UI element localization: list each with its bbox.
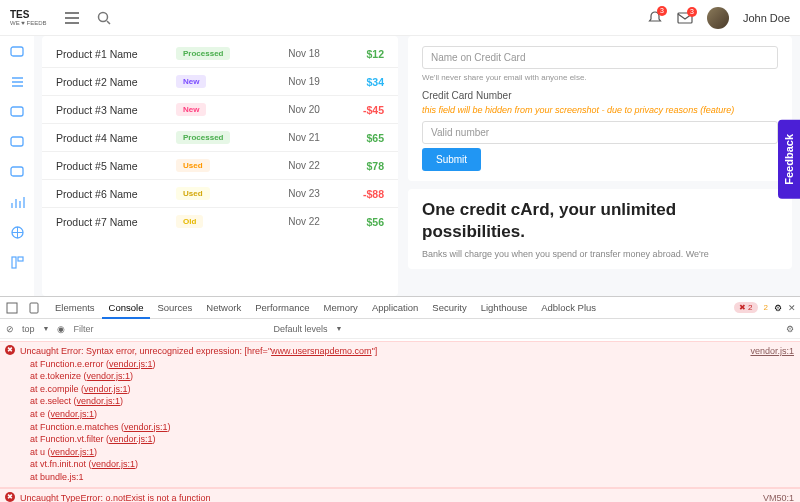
svg-rect-9 <box>7 303 17 313</box>
cc-input[interactable]: Valid number <box>422 121 778 144</box>
product-date: Nov 22 <box>274 160 334 171</box>
devtools-tab-adblock plus[interactable]: Adblock Plus <box>534 298 603 317</box>
svg-rect-3 <box>11 107 23 116</box>
table-row[interactable]: Product #5 Name Used Nov 22 $78 <box>42 152 398 180</box>
sidebar-layout-icon[interactable] <box>9 254 25 270</box>
context-selector[interactable]: top <box>22 324 35 334</box>
sidebar-globe-icon[interactable] <box>9 224 25 240</box>
feedback-tab[interactable]: Feedback <box>778 120 800 199</box>
console-output: vendor.js:1Uncaught Error: Syntax error,… <box>0 339 800 502</box>
table-row[interactable]: Product #7 Name Old Nov 22 $56 <box>42 208 398 235</box>
sidebar-list-icon[interactable] <box>9 74 25 90</box>
notifications-icon[interactable]: 3 <box>647 10 663 26</box>
privacy-note: this field will be hidden from your scre… <box>422 105 778 115</box>
warning-count-badge[interactable]: 2 <box>764 303 768 312</box>
device-icon[interactable] <box>26 300 42 316</box>
product-price: $56 <box>334 216 384 228</box>
product-price: $78 <box>334 160 384 172</box>
devtools-tab-lighthouse[interactable]: Lighthouse <box>474 298 534 317</box>
product-date: Nov 23 <box>274 188 334 199</box>
devtools-close-icon[interactable]: ✕ <box>788 303 796 313</box>
devtools-panel: ElementsConsoleSourcesNetworkPerformance… <box>0 296 800 502</box>
promo-title: One credit cArd, your unlimited possibil… <box>422 199 778 243</box>
product-price: $34 <box>334 76 384 88</box>
svg-rect-8 <box>18 257 23 261</box>
table-row[interactable]: Product #3 Name New Nov 20 -$45 <box>42 96 398 124</box>
sidebar-chat-icon[interactable] <box>9 44 25 60</box>
devtools-tab-application[interactable]: Application <box>365 298 425 317</box>
svg-rect-7 <box>12 257 16 268</box>
svg-rect-4 <box>11 137 23 146</box>
table-row[interactable]: Product #1 Name Processed Nov 18 $12 <box>42 40 398 68</box>
logo-top: TES <box>10 10 47 20</box>
filter-input[interactable] <box>73 324 185 334</box>
email-help-text: We'll never share your email with anyone… <box>422 73 778 82</box>
devtools-tab-security[interactable]: Security <box>425 298 473 317</box>
devtools-tab-performance[interactable]: Performance <box>248 298 316 317</box>
notifications-badge: 3 <box>657 6 667 16</box>
svg-point-0 <box>98 12 107 21</box>
product-name: Product #7 Name <box>56 216 176 228</box>
logo-sub: WE ♥ FEEDB <box>10 20 47 26</box>
table-row[interactable]: Product #6 Name Used Nov 23 -$88 <box>42 180 398 208</box>
messages-icon[interactable]: 3 <box>677 11 693 25</box>
devtools-tab-elements[interactable]: Elements <box>48 298 102 317</box>
product-price: $12 <box>334 48 384 60</box>
table-row[interactable]: Product #4 Name Processed Nov 21 $65 <box>42 124 398 152</box>
svg-rect-5 <box>11 167 23 176</box>
product-name: Product #6 Name <box>56 188 176 200</box>
error-count-badge[interactable]: ✖ 2 <box>734 302 757 313</box>
cc-label: Credit Card Number <box>422 90 778 101</box>
console-error[interactable]: VM50:1Uncaught TypeError: o.notExist is … <box>0 488 800 502</box>
product-date: Nov 18 <box>274 48 334 59</box>
product-name: Product #2 Name <box>56 76 176 88</box>
menu-icon[interactable] <box>65 12 79 24</box>
product-name: Product #4 Name <box>56 132 176 144</box>
devtools-tab-network[interactable]: Network <box>199 298 248 317</box>
product-date: Nov 21 <box>274 132 334 143</box>
console-settings-icon[interactable]: ⚙ <box>786 324 794 334</box>
levels-selector[interactable]: Default levels <box>273 324 327 334</box>
eye-icon[interactable]: ◉ <box>57 324 65 334</box>
submit-button[interactable]: Submit <box>422 148 481 171</box>
svg-rect-2 <box>11 47 23 56</box>
status-tag: Old <box>176 215 203 228</box>
devtools-tab-sources[interactable]: Sources <box>150 298 199 317</box>
avatar[interactable] <box>707 7 729 29</box>
status-tag: Processed <box>176 131 230 144</box>
clear-console-icon[interactable]: ⊘ <box>6 324 14 334</box>
credit-card-form: Name on Credit Card We'll never share yo… <box>408 36 792 181</box>
sidebar-chat3-icon[interactable] <box>9 134 25 150</box>
product-date: Nov 19 <box>274 76 334 87</box>
sidebar-chat4-icon[interactable] <box>9 164 25 180</box>
product-price: $65 <box>334 132 384 144</box>
sidebar-stats-icon[interactable] <box>9 194 25 210</box>
sidebar <box>0 36 34 296</box>
messages-badge: 3 <box>687 7 697 17</box>
svg-rect-10 <box>30 303 38 313</box>
table-row[interactable]: Product #2 Name New Nov 19 $34 <box>42 68 398 96</box>
status-tag: Used <box>176 159 210 172</box>
promo-desc: Banks will charge you when you spend or … <box>422 249 778 259</box>
username[interactable]: John Doe <box>743 12 790 24</box>
devtools-tab-memory[interactable]: Memory <box>317 298 365 317</box>
status-tag: New <box>176 103 206 116</box>
console-error[interactable]: vendor.js:1Uncaught Error: Syntax error,… <box>0 341 800 488</box>
product-price: -$88 <box>334 188 384 200</box>
logo[interactable]: TES WE ♥ FEEDB <box>10 10 47 26</box>
promo-card: One credit cArd, your unlimited possibil… <box>408 189 792 269</box>
inspect-icon[interactable] <box>4 300 20 316</box>
devtools-tab-console[interactable]: Console <box>102 298 151 319</box>
top-bar: TES WE ♥ FEEDB 3 3 John Doe <box>0 0 800 36</box>
status-tag: Used <box>176 187 210 200</box>
devtools-settings-icon[interactable]: ⚙ <box>774 303 782 313</box>
devtools-tabs: ElementsConsoleSourcesNetworkPerformance… <box>0 297 800 319</box>
product-date: Nov 20 <box>274 104 334 115</box>
search-icon[interactable] <box>97 11 111 25</box>
name-input[interactable]: Name on Credit Card <box>422 46 778 69</box>
sidebar-chat2-icon[interactable] <box>9 104 25 120</box>
status-tag: New <box>176 75 206 88</box>
product-price: -$45 <box>334 104 384 116</box>
products-table: Product #1 Name Processed Nov 18 $12Prod… <box>42 36 398 296</box>
product-name: Product #1 Name <box>56 48 176 60</box>
